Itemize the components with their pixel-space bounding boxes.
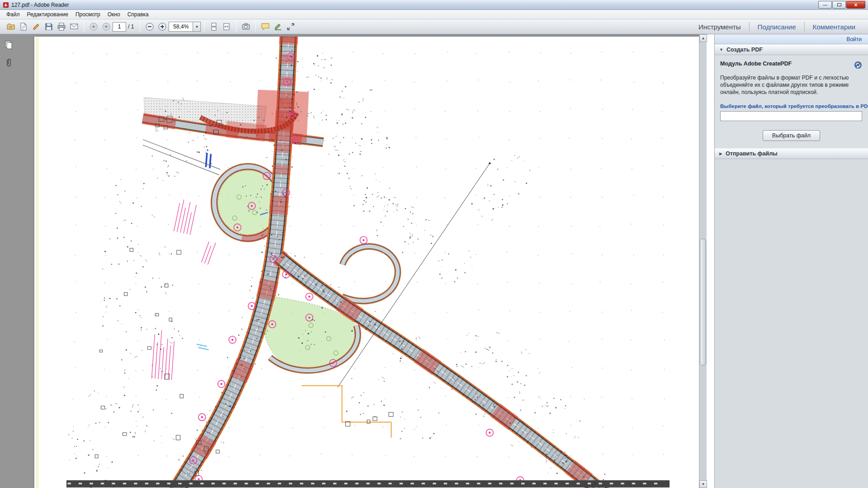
page-number-input[interactable] [113, 22, 126, 32]
fullscreen-button[interactable] [284, 21, 297, 33]
email-button[interactable] [68, 21, 80, 33]
toolbar: / 1 58,4% ▼ [0, 19, 868, 34]
toolbar-right-group: Инструменты Подписание Комментарии [690, 19, 863, 34]
printer-icon [57, 22, 66, 31]
snapshot-icon [241, 22, 250, 31]
road-interchange-drawing [34, 37, 702, 488]
menu-item-edit[interactable]: Редактирование [24, 10, 72, 19]
page-scroll-icon [209, 22, 218, 31]
tools-button[interactable]: Инструменты [690, 19, 749, 34]
previous-page-button[interactable] [87, 21, 100, 33]
pink-annotations [151, 199, 216, 380]
title-bar: 127.pdf - Adobe Reader — × [0, 0, 868, 10]
menu-item-file[interactable]: Файл [3, 10, 24, 19]
menu-bar: Файл Редактирование Просмотр Окно Справк… [0, 10, 868, 19]
zoom-control: 58,4% ▼ [169, 22, 201, 32]
page-total-label: / 1 [128, 23, 134, 30]
signature-icon [274, 22, 283, 31]
menu-item-help[interactable]: Справка [124, 10, 152, 19]
zoom-out-icon [145, 22, 154, 31]
createpdf-description: Преобразуйте файлы в формат PDF и с легк… [720, 74, 856, 96]
attachments-button[interactable] [4, 58, 14, 68]
toolbar-separator [84, 21, 84, 32]
save-button[interactable] [42, 21, 55, 33]
open-file-icon [6, 22, 15, 31]
scroll-down-arrow[interactable]: ▼ [699, 480, 707, 488]
pdf-page[interactable] [34, 37, 702, 488]
toolbar-separator [204, 21, 204, 32]
comment-button[interactable] [259, 21, 272, 33]
choose-file-button[interactable]: Выбрать файл [763, 130, 820, 141]
maximize-button[interactable] [832, 1, 846, 9]
paperclip-icon [5, 58, 13, 68]
create-pdf-section-header[interactable]: ▼ Создать PDF [715, 44, 868, 55]
fit-width-button[interactable] [220, 21, 233, 33]
document-icon [19, 22, 28, 31]
right-panel: Войти ▼ Создать PDF Модуль Adobe CreateP… [714, 34, 868, 488]
adobe-reader-icon [3, 2, 9, 8]
save-icon [44, 22, 53, 31]
toolbar-separator [140, 21, 140, 32]
sign-pane-button[interactable]: Подписание [750, 19, 804, 34]
fit-width-icon [222, 22, 231, 31]
window-title: 127.pdf - Adobe Reader [11, 2, 69, 8]
content-area: ▲ ▼ Войти ▼ Создать PDF Модуль Adobe Cre… [0, 34, 868, 488]
zoom-value[interactable]: 58,4% [169, 23, 193, 30]
zoom-out-button[interactable] [143, 21, 156, 33]
send-files-header-label: Отправить файлы [726, 150, 778, 157]
choose-file-label: Выберите файл, который требуется преобра… [720, 103, 863, 109]
chevron-right-icon: ▶ [719, 151, 722, 156]
create-pdf-header-label: Создать PDF [726, 47, 763, 53]
minimize-button[interactable]: — [818, 1, 832, 9]
vertical-scrollbar[interactable]: ▲ ▼ [699, 34, 707, 488]
fullscreen-arrows-icon [286, 22, 295, 31]
close-button[interactable]: × [846, 1, 865, 9]
up-arrow-icon [89, 22, 98, 31]
comment-bubble-icon [261, 22, 270, 31]
nav-pane-buttons [4, 40, 14, 68]
zoom-in-button[interactable] [156, 21, 169, 33]
page-frame-strip [36, 37, 39, 488]
createpdf-module-title: Модуль Adobe CreatePDF [720, 61, 792, 67]
comments-pane-button[interactable]: Комментарии [805, 19, 863, 34]
next-page-button[interactable] [100, 21, 113, 33]
send-files-section-header[interactable]: ▶ Отправить файлы [715, 148, 868, 159]
sign-document-button[interactable] [272, 21, 284, 33]
scrolling-mode-button[interactable] [208, 21, 220, 33]
zoom-in-icon [158, 22, 167, 31]
edit-button[interactable] [30, 21, 42, 33]
envelope-icon [70, 22, 79, 31]
window-controls: — × [818, 1, 865, 9]
zoom-dropdown-arrow[interactable]: ▼ [193, 22, 200, 31]
file-path-input[interactable] [720, 111, 862, 121]
pen-icon [32, 22, 41, 31]
page-thumbnails-button[interactable] [4, 40, 14, 50]
bottom-band [66, 480, 670, 488]
menu-item-window[interactable]: Окно [104, 10, 124, 19]
pages-icon [4, 40, 13, 49]
snapshot-button[interactable] [240, 21, 252, 33]
scroll-up-arrow[interactable]: ▲ [699, 34, 707, 42]
maximize-icon [837, 3, 841, 6]
toolbar-separator [236, 21, 236, 32]
panel-empty-area [715, 159, 868, 488]
toolbar-separator [255, 21, 256, 32]
print-button[interactable] [55, 21, 68, 33]
document-area: ▲ ▼ [0, 34, 707, 488]
sign-in-link[interactable]: Войти [846, 36, 862, 42]
scrollbar-thumb[interactable] [700, 239, 706, 366]
create-pdf-button[interactable] [17, 21, 30, 33]
createpdf-module-icon [854, 61, 863, 71]
down-arrow-icon [102, 22, 111, 31]
open-button[interactable] [5, 21, 17, 33]
sign-in-strip: Войти [715, 34, 868, 44]
chevron-down-icon: ▼ [719, 47, 723, 52]
create-pdf-section-body: Модуль Adobe CreatePDF Преобразуйте файл… [715, 55, 868, 148]
menu-item-view[interactable]: Просмотр [72, 10, 104, 19]
